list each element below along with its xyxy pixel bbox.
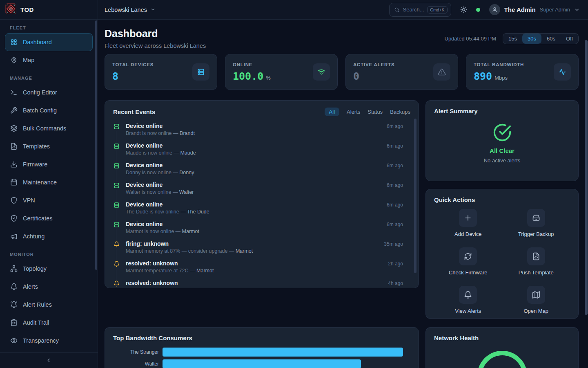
eye-icon (10, 337, 18, 344)
action-label: View Alerts (455, 308, 481, 314)
map-icon (527, 286, 545, 304)
global-search[interactable]: Cmd+K (389, 3, 451, 17)
check-firmware-button[interactable]: Check Firmware (434, 247, 502, 276)
action-label: Open Map (523, 308, 548, 314)
event-time: 4h ago (388, 280, 410, 286)
events-tab-status[interactable]: Status (368, 109, 383, 115)
sidebar-scrollbar[interactable] (95, 20, 97, 270)
open-map-button[interactable]: Open Map (502, 286, 570, 314)
sidebar-item-topology[interactable]: Topology (5, 260, 93, 278)
event-row: Device online6m ago Marmot is now online… (113, 221, 410, 240)
sidebar-item-label: Audit Trail (23, 319, 49, 326)
sidebar-item-label: Maintenance (23, 179, 57, 186)
event-separator: — (229, 248, 234, 254)
stat-suffix: % (266, 75, 271, 81)
events-scrollbar[interactable] (414, 119, 416, 273)
add-device-button[interactable]: Add Device (434, 209, 502, 237)
page-scrollbar[interactable] (585, 40, 588, 315)
sidebar-item-firmware[interactable]: Firmware (5, 155, 93, 173)
sidebar-item-label: Firmware (23, 161, 47, 168)
sidebar-item-vpn[interactable]: VPN (5, 191, 93, 209)
chevron-down-icon (150, 7, 156, 12)
sidebar-item-dashboard[interactable]: Dashboard (5, 33, 93, 51)
event-time: 6m ago (387, 182, 410, 188)
events-list: Device online6m ago Brandt is now online… (113, 123, 410, 288)
org-switcher[interactable]: Lebowski Lanes (105, 7, 156, 13)
sidebar-item-certificates[interactable]: Certificates (5, 209, 93, 227)
refresh-15s-button[interactable]: 15s (503, 34, 522, 44)
search-input[interactable] (403, 7, 424, 13)
event-device: Brandt (180, 130, 195, 136)
bandwidth-bar-chart: The Stranger Walter (113, 348, 410, 368)
event-separator: — (180, 209, 186, 215)
sidebar-item-alerts[interactable]: Alerts (5, 278, 93, 296)
stat-value: 890 (474, 70, 492, 82)
topbar-controls: Cmd+K The Admin Super Admin (389, 3, 588, 17)
sidebar-section-manage: MANAGE Config Editor Batch Config Bulk C… (0, 76, 98, 245)
user-menu[interactable]: The Admin Super Admin (489, 4, 580, 15)
sidebar-item-audit-trail[interactable]: Audit Trail (5, 314, 93, 332)
event-row: Device online6m ago The Dude is now onli… (113, 201, 410, 221)
push-template-button[interactable]: Push Template (502, 247, 570, 276)
event-row: Device online6m ago Walter is now online… (113, 182, 410, 201)
event-separator: — (190, 268, 195, 274)
server-icon (113, 142, 120, 150)
top-bandwidth-title: Top Bandwidth Consumers (113, 334, 410, 341)
sidebar-item-bulk-commands[interactable]: Bulk Commands (5, 119, 93, 137)
sidebar-item-label: Map (23, 57, 34, 63)
quick-actions-panel: Quick Actions Add Device Trigger Backup (425, 189, 579, 319)
sidebar-item-batch-config[interactable]: Batch Config (5, 101, 93, 119)
trigger-backup-button[interactable]: Trigger Backup (502, 209, 570, 237)
event-row: Device online6m ago Brandt is now online… (113, 123, 410, 142)
download-icon (10, 161, 18, 168)
sidebar-item-templates[interactable]: Templates (5, 137, 93, 155)
section-label: FLEET (10, 25, 88, 30)
sidebar-item-maintenance[interactable]: Maintenance (5, 173, 93, 191)
stat-value: 8 (112, 70, 118, 82)
event-separator: — (174, 150, 179, 156)
sidebar-item-label: Certificates (23, 215, 53, 222)
sidebar-item-label: Templates (23, 143, 50, 150)
brand-name: TOD (20, 6, 34, 13)
bell-ring-icon (10, 301, 18, 308)
topbar: TOD Lebowski Lanes Cmd+K (0, 0, 588, 20)
sidebar-item-achtung[interactable]: Achtung (5, 227, 93, 245)
network-health-title: Network Health (434, 334, 570, 341)
refresh-30s-button[interactable]: 30s (522, 34, 541, 44)
clipboard-list-icon (10, 319, 18, 326)
events-tab-all[interactable]: All (325, 108, 339, 116)
refresh-off-button[interactable]: Off (561, 34, 578, 44)
bandwidth-row: Walter (113, 359, 410, 368)
hard-drive-icon (527, 209, 545, 227)
event-time: 2h ago (388, 261, 410, 267)
sidebar-collapse-button[interactable] (0, 352, 98, 368)
wrench-icon (10, 107, 18, 114)
events-tab-backups[interactable]: Backups (390, 109, 410, 115)
event-row: resolved: unknown4h ago (113, 280, 410, 288)
section-label: MANAGE (10, 76, 88, 81)
sidebar-item-label: Config Editor (23, 89, 57, 96)
map-pin-icon (10, 56, 18, 64)
sidebar-item-alert-rules[interactable]: Alert Rules (5, 296, 93, 314)
sidebar-item-transparency[interactable]: Transparency (5, 332, 93, 350)
sidebar-item-map[interactable]: Map (5, 51, 93, 69)
view-alerts-button[interactable]: View Alerts (434, 286, 502, 314)
app-logo-icon (5, 3, 16, 16)
user-avatar-icon (489, 4, 500, 15)
event-detail: Marmot memory at 87% — consider upgrade (126, 248, 227, 254)
stat-value: 0 (353, 70, 359, 82)
dashboard-icon (10, 38, 18, 46)
refresh-60s-button[interactable]: 60s (541, 34, 561, 44)
recent-events-title: Recent Events (113, 108, 155, 115)
event-detail: Maude is now online (126, 150, 172, 156)
theme-toggle-sun-icon[interactable] (460, 6, 467, 13)
org-name: Lebowski Lanes (105, 7, 147, 13)
event-device: Marmot (182, 229, 199, 234)
bar-walter (163, 359, 361, 368)
sidebar-item-config-editor[interactable]: Config Editor (5, 83, 93, 101)
user-role: Super Admin (540, 7, 570, 13)
network-health-panel: Network Health 100 (425, 327, 579, 368)
events-tab-alerts[interactable]: Alerts (347, 109, 360, 115)
events-filter-tabs: All Alerts Status Backups (325, 108, 410, 116)
stat-value: 100.0 (233, 70, 263, 82)
